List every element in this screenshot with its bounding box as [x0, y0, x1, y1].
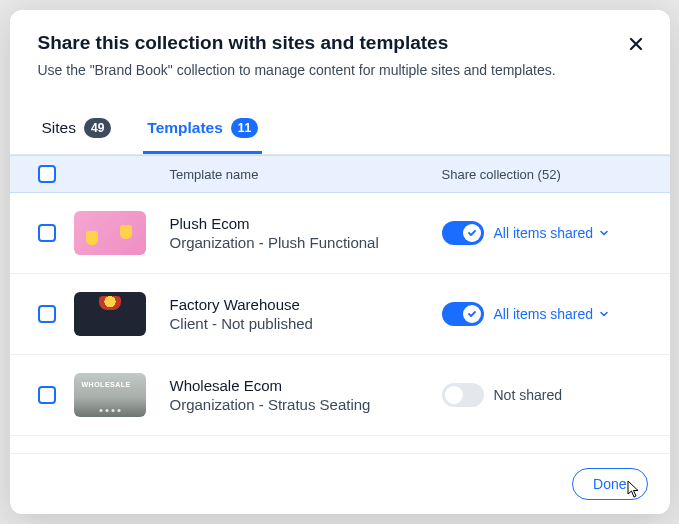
table-row: Plush Ecom Organization - Plush Function… — [10, 193, 670, 274]
row-checkbox[interactable] — [38, 224, 56, 242]
tab-templates-count: 11 — [231, 118, 258, 138]
table-row: WHOLESALE Wholesale Ecom Organization - … — [10, 355, 670, 436]
toggle-knob — [445, 386, 463, 404]
column-share-collection: Share collection (52) — [442, 167, 642, 182]
row-checkbox[interactable] — [38, 305, 56, 323]
tab-sites-label: Sites — [42, 119, 76, 137]
tab-templates-label: Templates — [147, 119, 223, 137]
toggle-knob — [463, 224, 481, 242]
chevron-down-icon — [599, 309, 609, 319]
modal-subtitle: Use the "Brand Book" collection to manag… — [38, 60, 642, 80]
template-thumbnail — [74, 292, 146, 336]
modal-footer: Done — [10, 453, 670, 514]
table-header: Template name Share collection (52) — [10, 155, 670, 193]
column-template-name: Template name — [170, 167, 442, 182]
template-rows: Plush Ecom Organization - Plush Function… — [10, 193, 670, 453]
share-toggle[interactable] — [442, 302, 484, 326]
template-subtitle: Organization - Plush Functional — [170, 234, 442, 251]
done-button[interactable]: Done — [572, 468, 647, 500]
select-all-checkbox[interactable] — [38, 165, 56, 183]
share-toggle[interactable] — [442, 221, 484, 245]
modal-title: Share this collection with sites and tem… — [38, 32, 642, 54]
share-collection-modal: Share this collection with sites and tem… — [10, 10, 670, 514]
tabs: Sites 49 Templates 11 — [10, 108, 670, 155]
template-thumbnail — [74, 211, 146, 255]
check-icon — [467, 309, 477, 319]
close-icon — [628, 40, 644, 55]
share-status-label: Not shared — [494, 387, 562, 403]
tab-templates[interactable]: Templates 11 — [143, 108, 262, 154]
share-status-dropdown[interactable]: All items shared — [494, 225, 610, 241]
template-thumbnail: WHOLESALE — [74, 373, 146, 417]
toggle-knob — [463, 305, 481, 323]
template-title: Plush Ecom — [170, 215, 442, 232]
share-status-dropdown[interactable]: All items shared — [494, 306, 610, 322]
template-title: Wholesale Ecom — [170, 377, 442, 394]
share-toggle[interactable] — [442, 383, 484, 407]
share-status-label: All items shared — [494, 225, 594, 241]
template-subtitle: Organization - Stratus Seating — [170, 396, 442, 413]
table-row: Factory Warehouse Client - Not published… — [10, 274, 670, 355]
modal-header: Share this collection with sites and tem… — [10, 10, 670, 94]
check-icon — [467, 228, 477, 238]
share-status-label: All items shared — [494, 306, 594, 322]
row-checkbox[interactable] — [38, 386, 56, 404]
tab-sites-count: 49 — [84, 118, 111, 138]
template-subtitle: Client - Not published — [170, 315, 442, 332]
template-title: Factory Warehouse — [170, 296, 442, 313]
close-button[interactable] — [624, 32, 648, 59]
chevron-down-icon — [599, 228, 609, 238]
tab-sites[interactable]: Sites 49 — [38, 108, 116, 154]
